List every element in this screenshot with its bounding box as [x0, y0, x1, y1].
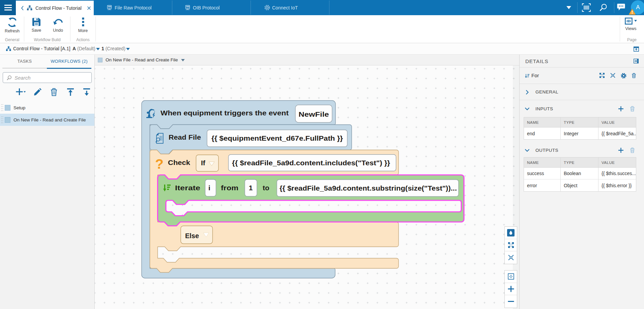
svg-text:to: to: [263, 184, 269, 192]
svg-text:Check: Check: [168, 159, 190, 166]
svg-text:If: If: [201, 159, 206, 167]
svg-text:NewFile: NewFile: [299, 110, 329, 118]
svg-text:{{ $readFile_5a9d.content.incl: {{ $readFile_5a9d.content.includes("Test…: [232, 159, 390, 167]
svg-text:i: i: [208, 184, 210, 192]
svg-text:Read File: Read File: [169, 133, 201, 141]
svg-text:?: ?: [155, 156, 164, 172]
svg-text:1: 1: [249, 184, 253, 192]
svg-text:When equipment triggers the ev: When equipment triggers the event: [160, 109, 289, 117]
svg-text:{{ $readFile_5a9d.content.subs: {{ $readFile_5a9d.content.substring(size…: [280, 185, 457, 192]
svg-text:from: from: [221, 184, 238, 192]
svg-text:Iterate: Iterate: [175, 184, 200, 192]
svg-text:Else: Else: [185, 232, 199, 240]
svg-text:{{ $equipmentEvent_d67e.FullPa: {{ $equipmentEvent_d67e.FullPath }}: [211, 134, 343, 142]
